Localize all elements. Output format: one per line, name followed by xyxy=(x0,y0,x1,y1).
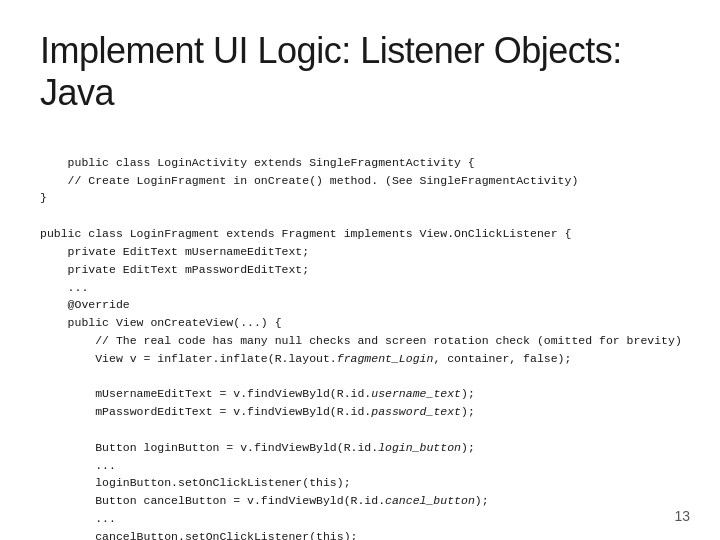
code-line-1: public class LoginActivity extends Singl… xyxy=(40,156,682,540)
slide-title: Implement UI Logic: Listener Objects: Ja… xyxy=(40,30,680,114)
slide-number: 13 xyxy=(674,508,690,524)
slide: Implement UI Logic: Listener Objects: Ja… xyxy=(0,0,720,540)
code-block: public class LoginActivity extends Singl… xyxy=(40,136,680,540)
